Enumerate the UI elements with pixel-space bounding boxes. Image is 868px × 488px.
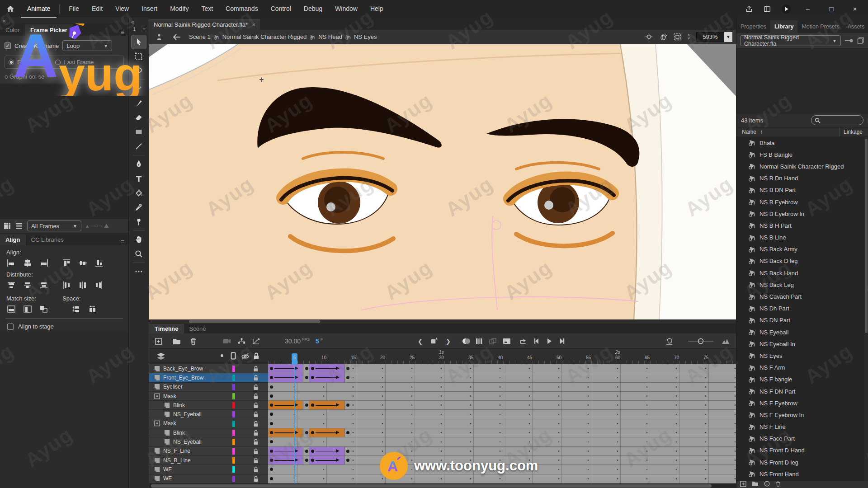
distribute-middle-v-icon[interactable] [23,281,33,290]
tween-span[interactable] [309,428,344,437]
library-document-dropdown[interactable]: Normal Sainik Rigged Character.fla▼ [740,35,841,46]
library-item[interactable]: NS B Dn Hand [736,173,868,184]
library-item[interactable]: NS Dh Part [736,303,868,314]
create-frame-span-icon[interactable] [503,336,511,347]
align-right-icon[interactable] [39,258,49,267]
center-frame-icon[interactable] [645,33,653,41]
hand-tool-icon[interactable] [132,233,146,246]
new-folder-icon[interactable] [752,481,759,486]
document-tab-close-icon[interactable]: × [252,22,255,28]
keyframe-dot[interactable] [346,459,349,462]
tab-properties[interactable]: Properties [736,20,770,33]
free-transform-tool-icon[interactable] [132,50,146,63]
layer-row[interactable]: Back_Eye_Brow [149,364,268,373]
library-item[interactable]: NS Eyeball In [736,338,868,350]
tab-color[interactable]: Color [0,24,25,36]
previous-keyframe-icon[interactable]: ❮ [418,336,423,347]
delete-layer-button[interactable] [190,336,197,347]
library-item[interactable]: NS B Line [736,232,868,244]
onion-skin-outlines-icon[interactable] [476,336,484,347]
layer-row[interactable]: NS_B_Line [149,456,268,465]
keyframe-dot[interactable] [311,459,314,462]
layer-row[interactable]: NS_F_Line [149,447,268,456]
library-item[interactable]: NS Front D leg [736,456,868,468]
match-height-icon[interactable] [23,305,33,314]
insert-keyframe-icon[interactable]: A [430,336,438,347]
align-left-icon[interactable] [6,258,16,267]
menu-control[interactable]: Control [264,0,297,18]
layer-color-swatch[interactable] [232,439,235,445]
timeline-zoom-max-icon[interactable] [722,336,730,347]
keyframe-dot[interactable] [305,404,308,407]
distribute-top-icon[interactable] [6,281,16,290]
tab-frame-picker[interactable]: Frame Picker [25,24,73,36]
frame-row[interactable] [268,364,736,373]
new-library-panel-icon[interactable] [857,37,864,44]
align-center-h-icon[interactable] [23,258,33,267]
keyframe-dot[interactable] [305,367,308,370]
layer-row[interactable]: WE [149,474,268,483]
close-button[interactable]: × [848,5,862,13]
eyedropper-tool-icon[interactable] [132,201,146,214]
layer-color-swatch[interactable] [232,457,235,464]
loop-dropdown[interactable]: Loop▼ [62,40,112,51]
column-name[interactable]: Name [742,129,756,135]
library-scrollbar[interactable] [864,137,868,481]
tween-span[interactable] [309,401,344,409]
library-item[interactable]: NS B DN Part [736,184,868,196]
align-to-stage-checkbox[interactable] [7,324,14,330]
edit-symbols-icon[interactable] [156,33,163,41]
show-parenting-button[interactable] [238,336,245,347]
zoom-level-input[interactable]: 593% [696,32,724,42]
grid-view-icon[interactable] [4,222,11,230]
asset-warp-tool-icon[interactable] [132,215,146,229]
distribute-center-h-icon[interactable] [78,281,88,290]
distribute-left-icon[interactable] [61,281,71,290]
layer-lock-icon[interactable] [253,411,259,418]
workspace-icon[interactable] [763,5,771,13]
lasso-tool-icon[interactable] [132,64,146,78]
library-item[interactable]: NS B H Part [736,220,868,231]
keyframe-dot[interactable] [270,385,273,389]
more-tools-tool-icon[interactable] [132,265,146,278]
lock-all-layers-icon[interactable] [253,352,259,360]
play-icon[interactable] [546,336,552,347]
layer-color-swatch[interactable] [232,366,235,372]
menu-modify[interactable]: Modify [164,0,195,18]
frame-row[interactable] [268,437,736,446]
keyframe-dot[interactable] [305,450,308,453]
breadcrumb-symbol-1[interactable]: Normal Sainik Character Rigged [222,33,307,40]
frame-row[interactable] [268,465,736,474]
layer-color-swatch[interactable] [232,448,235,455]
reset-timeline-zoom-icon[interactable] [665,336,673,347]
space-horizontal-icon[interactable] [88,305,98,314]
library-item[interactable]: NS Cavach Part [736,291,868,302]
new-folder-button[interactable] [173,336,181,347]
keyframe-dot[interactable] [346,450,349,453]
tab-motion-presets[interactable]: Motion Presets [797,20,843,33]
frame-row[interactable] [268,474,736,483]
menu-animate[interactable]: Animate [21,0,57,18]
keyframe-dot[interactable] [305,431,308,434]
selection-tool-icon[interactable] [132,35,146,49]
keyframe-dot[interactable] [305,459,308,462]
fluid-brush-tool-icon[interactable] [132,82,146,95]
layer-color-swatch[interactable] [232,393,235,399]
menu-edit[interactable]: Edit [85,0,109,18]
keyframe-dot[interactable] [311,367,314,370]
timeline-zoom-slider[interactable] [687,336,714,347]
keyframe-dot[interactable] [270,422,273,425]
layer-row[interactable]: Eyeliser [149,383,268,392]
layer-color-swatch[interactable] [232,411,235,418]
layer-lock-icon[interactable] [253,393,259,399]
paint-bucket-tool-icon[interactable] [132,186,146,200]
layer-lock-icon[interactable] [253,430,259,436]
keyframe-dot[interactable] [270,459,273,462]
pen-tool-icon[interactable] [132,157,146,171]
match-both-icon[interactable] [39,305,49,314]
keyframe-dot[interactable] [270,413,273,416]
show-all-column-icon[interactable] [231,352,236,360]
menu-commands[interactable]: Commands [219,0,264,18]
layers-stack-icon[interactable] [156,352,165,361]
tween-span[interactable] [268,447,303,455]
